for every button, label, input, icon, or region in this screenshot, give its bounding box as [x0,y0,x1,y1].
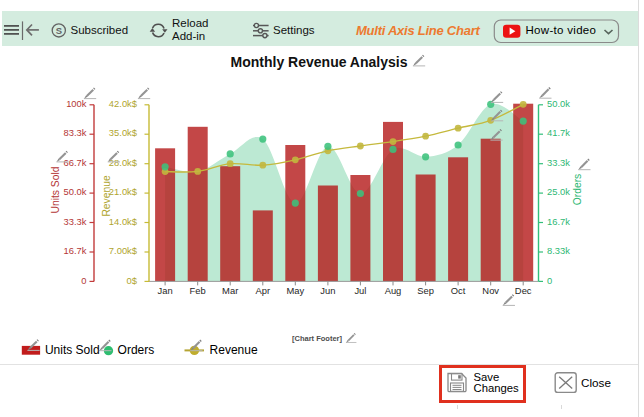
svg-text:21.0k$: 21.0k$ [109,186,138,197]
svg-text:14.0k$: 14.0k$ [109,216,138,227]
svg-text:35.0k$: 35.0k$ [109,127,138,138]
svg-text:0$: 0$ [127,275,138,286]
svg-text:Jul: Jul [354,285,366,296]
svg-text:41.7k: 41.7k [547,127,570,138]
svg-text:83.3k: 83.3k [64,127,87,138]
svg-text:50.0k: 50.0k [64,186,87,197]
svg-text:Orders: Orders [572,174,583,205]
svg-text:Nov: Nov [482,285,499,296]
svg-text:Mar: Mar [222,285,238,296]
svg-text:May: May [286,285,304,296]
svg-text:Apr: Apr [256,285,271,296]
svg-text:33.3k: 33.3k [64,216,87,227]
svg-text:33.3k: 33.3k [547,157,570,168]
svg-text:Dec: Dec [515,285,532,296]
svg-text:7.00k$: 7.00k$ [109,245,138,256]
svg-text:16.7k: 16.7k [547,216,570,227]
svg-text:Sep: Sep [417,285,434,296]
svg-text:Oct: Oct [451,285,466,296]
svg-text:8.33k: 8.33k [547,245,570,256]
svg-text:42.0k$: 42.0k$ [109,98,138,109]
svg-text:50.0k: 50.0k [547,98,570,109]
svg-text:Aug: Aug [385,285,402,296]
svg-text:Feb: Feb [190,285,206,296]
svg-text:Units Sold: Units Sold [50,166,61,213]
svg-text:100k: 100k [66,98,87,109]
svg-text:0: 0 [81,275,86,286]
svg-text:Revenue: Revenue [101,175,112,216]
svg-text:25.0k: 25.0k [547,186,570,197]
svg-text:Jan: Jan [158,285,173,296]
svg-text:16.7k: 16.7k [64,245,87,256]
svg-text:Jun: Jun [320,285,335,296]
svg-text:0: 0 [547,275,552,286]
